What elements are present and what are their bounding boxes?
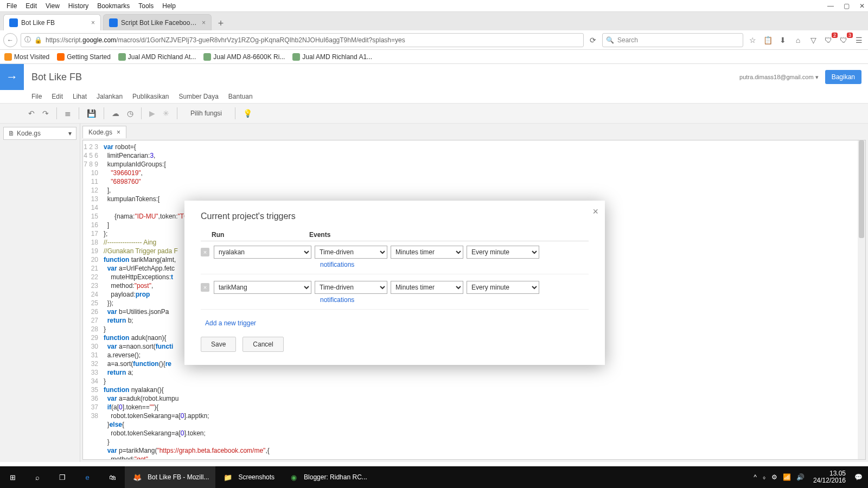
- event-select[interactable]: Time-driven: [315, 246, 387, 259]
- bookmark-star-icon[interactable]: ☆: [746, 36, 758, 44]
- event-select[interactable]: Time-driven: [315, 281, 387, 294]
- clock-icon[interactable]: ◷: [127, 109, 133, 118]
- url-box[interactable]: ⓘ 🔒 https://script.google.com/macros/d/1…: [21, 33, 584, 47]
- function-selector[interactable]: Pilih fungsi: [185, 110, 227, 117]
- redo-icon[interactable]: ↷: [42, 109, 49, 118]
- delete-trigger-icon[interactable]: ×: [201, 248, 209, 256]
- tray-settings-icon[interactable]: ⚙: [771, 473, 777, 481]
- gas-menu-publish[interactable]: Publikasikan: [132, 93, 169, 100]
- gas-menu-file[interactable]: File: [31, 93, 42, 100]
- home-icon[interactable]: ⌂: [792, 36, 804, 44]
- pocket-icon[interactable]: ▽: [807, 36, 819, 44]
- addon-badge-icon[interactable]: 🛡: [838, 36, 850, 44]
- taskbar-item[interactable]: e: [75, 466, 100, 488]
- addon-badge-icon[interactable]: 🛡: [822, 36, 834, 44]
- bookmark-item[interactable]: Jual AMD Richland At...: [118, 53, 196, 61]
- close-tab-icon[interactable]: ×: [91, 19, 95, 27]
- run-select[interactable]: tarikMang: [214, 281, 311, 294]
- clipboard-icon[interactable]: 📋: [762, 36, 774, 44]
- menu-bookmarks[interactable]: Bookmarks: [93, 1, 134, 11]
- search-box[interactable]: 🔍 Search: [602, 33, 743, 47]
- timer-interval-select[interactable]: Every minute: [467, 246, 539, 259]
- menu-tools[interactable]: Tools: [134, 1, 158, 11]
- hamburger-menu-icon[interactable]: ☰: [853, 36, 865, 44]
- col-events: Events: [309, 231, 330, 239]
- taskbar-item[interactable]: 🦊Bot Like FB - Mozill...: [125, 466, 215, 488]
- dialog-close-icon[interactable]: ×: [592, 206, 598, 217]
- close-editor-tab-icon[interactable]: ×: [117, 129, 120, 136]
- taskbar-item[interactable]: ⊞: [0, 466, 25, 488]
- run-icon[interactable]: ▶: [149, 109, 155, 118]
- timer-type-select[interactable]: Minutes timer: [391, 246, 463, 259]
- maximize-button[interactable]: ▢: [844, 2, 850, 10]
- undo-icon[interactable]: ↶: [28, 109, 35, 118]
- run-select[interactable]: nyalakan: [214, 246, 311, 259]
- menu-edit[interactable]: Edit: [21, 1, 41, 11]
- save-button[interactable]: Save: [201, 337, 236, 352]
- menu-file[interactable]: File: [2, 1, 21, 11]
- debug-icon[interactable]: ✳: [163, 109, 169, 118]
- delete-trigger-icon[interactable]: ×: [201, 283, 209, 292]
- tray-icon[interactable]: ⬨: [762, 473, 766, 481]
- close-tab-icon[interactable]: ×: [202, 19, 206, 27]
- browser-tab-active[interactable]: Bot Like FB ×: [3, 14, 101, 30]
- taskbar-item[interactable]: 🛍: [100, 466, 125, 488]
- gas-menu-view[interactable]: Lihat: [73, 93, 87, 100]
- menu-help[interactable]: Help: [158, 1, 180, 11]
- tray-wifi-icon[interactable]: 📶: [783, 473, 791, 481]
- account-menu[interactable]: putra.dimass18@gmail.com ▾: [739, 74, 819, 81]
- tab-favicon-icon: [9, 18, 18, 27]
- taskbar-item[interactable]: 📁Screenshots: [215, 466, 281, 488]
- search-placeholder: Search: [617, 36, 638, 44]
- taskbar-item[interactable]: ❐: [50, 466, 75, 488]
- bulb-icon[interactable]: 💡: [243, 109, 252, 118]
- bookmark-item[interactable]: Getting Started: [57, 53, 111, 61]
- separator: [141, 107, 142, 119]
- window-controls: — ▢ ✕: [827, 2, 865, 10]
- share-button[interactable]: Bagikan: [825, 70, 861, 84]
- scrollbar-thumb[interactable]: [859, 140, 864, 238]
- taskbar-app-icon: e: [81, 471, 93, 483]
- gas-menu-edit[interactable]: Edit: [52, 93, 63, 100]
- cloud-icon[interactable]: ☁: [112, 109, 119, 118]
- project-title[interactable]: Bot Like FB: [31, 72, 739, 83]
- bookmark-item[interactable]: Jual AMD A8-6600K Ri...: [203, 53, 285, 61]
- taskbar-item[interactable]: ⌕: [25, 466, 50, 488]
- close-window-button[interactable]: ✕: [859, 2, 865, 10]
- notification-center-icon[interactable]: 💬: [854, 473, 863, 481]
- bookmark-item[interactable]: Most Visited: [4, 53, 49, 61]
- bookmark-label: Jual AMD Richland At...: [128, 53, 196, 61]
- taskbar-clock[interactable]: 13.05 24/12/2016: [810, 470, 849, 484]
- notifications-link[interactable]: notifications: [320, 261, 354, 268]
- editor-tab[interactable]: Kode.gs ×: [82, 126, 126, 138]
- browser-tab[interactable]: Script Bot Like Facebook -... ×: [103, 14, 212, 30]
- back-button[interactable]: ←: [3, 33, 17, 47]
- minimize-button[interactable]: —: [827, 2, 834, 10]
- save-icon[interactable]: 💾: [87, 109, 96, 118]
- menu-view[interactable]: View: [41, 1, 64, 11]
- gas-back-arrow-icon[interactable]: →: [0, 64, 24, 90]
- file-dropdown-icon[interactable]: ▾: [68, 130, 72, 137]
- editor-scrollbar[interactable]: [858, 140, 865, 459]
- add-trigger-link[interactable]: Add a new trigger: [201, 312, 589, 337]
- indent-icon[interactable]: ≣: [65, 109, 71, 118]
- timer-interval-select[interactable]: Every minute: [467, 281, 539, 294]
- notifications-link[interactable]: notifications: [320, 296, 354, 304]
- tab-title: Bot Like FB: [21, 19, 88, 27]
- menu-history[interactable]: History: [64, 1, 93, 11]
- tray-volume-icon[interactable]: 🔊: [796, 473, 805, 481]
- tray-expand-icon[interactable]: ^: [754, 473, 757, 481]
- taskbar-item[interactable]: ◉Blogger: Ridhan RC...: [281, 466, 374, 488]
- new-tab-button[interactable]: +: [214, 16, 228, 30]
- bookmark-item[interactable]: Jual AMD Richland A1...: [292, 53, 372, 61]
- cancel-button[interactable]: Cancel: [242, 337, 283, 352]
- timer-type-select[interactable]: Minutes timer: [391, 281, 463, 294]
- file-item[interactable]: 🗎Kode.gs ▾: [3, 127, 76, 140]
- gas-menu-run[interactable]: Jalankan: [97, 93, 123, 100]
- site-info-icon[interactable]: ⓘ: [24, 35, 31, 44]
- reload-button[interactable]: ⟳: [587, 36, 599, 44]
- gas-menu-resources[interactable]: Sumber Daya: [178, 93, 218, 100]
- triggers-dialog: × Current project's triggers Run Events …: [184, 201, 605, 365]
- gas-menu-help[interactable]: Bantuan: [228, 93, 253, 100]
- downloads-icon[interactable]: ⬇: [777, 36, 789, 44]
